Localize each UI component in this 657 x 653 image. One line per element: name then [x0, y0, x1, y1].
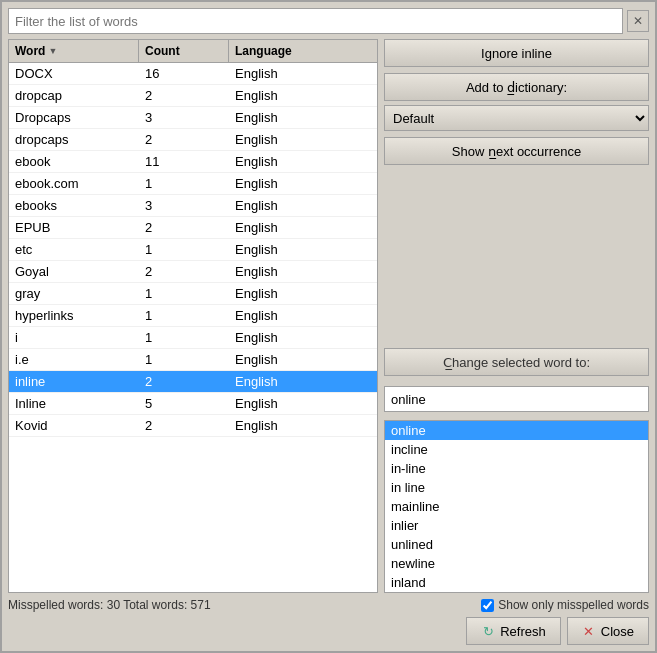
close-icon: ✕ — [582, 624, 596, 638]
suggestion-item[interactable]: on-line — [385, 592, 648, 593]
cell-language: English — [229, 261, 377, 282]
table-row[interactable]: ebooks 3 English — [9, 195, 377, 217]
content-area: Word ▼ Count Language DOCX 16 English dr… — [8, 39, 649, 593]
cell-language: English — [229, 349, 377, 370]
table-row[interactable]: inline 2 English — [9, 371, 377, 393]
cell-language: English — [229, 129, 377, 150]
suggestion-item[interactable]: unlined — [385, 535, 648, 554]
cell-count: 16 — [139, 63, 229, 84]
column-count-label: Count — [145, 44, 180, 58]
filter-input[interactable] — [8, 8, 623, 34]
cell-count: 3 — [139, 107, 229, 128]
dictionary-select[interactable]: Default — [384, 105, 649, 131]
table-row[interactable]: Inline 5 English — [9, 393, 377, 415]
cell-language: English — [229, 393, 377, 414]
table-row[interactable]: EPUB 2 English — [9, 217, 377, 239]
show-next-button[interactable]: Show n̲ext occurrence — [384, 137, 649, 165]
close-label: Close — [601, 624, 634, 639]
cell-language: English — [229, 173, 377, 194]
table-row[interactable]: DOCX 16 English — [9, 63, 377, 85]
table-row[interactable]: ebook.com 1 English — [9, 173, 377, 195]
cell-count: 2 — [139, 371, 229, 392]
cell-word: i — [9, 327, 139, 348]
misspelled-checkbox[interactable] — [481, 599, 494, 612]
cell-count: 2 — [139, 415, 229, 436]
cell-word: ebook — [9, 151, 139, 172]
cell-language: English — [229, 63, 377, 84]
misspelled-checkbox-label: Show only misspelled words — [498, 598, 649, 612]
cell-count: 11 — [139, 151, 229, 172]
status-text: Misspelled words: 30 Total words: 571 — [8, 598, 473, 612]
table-row[interactable]: dropcap 2 English — [9, 85, 377, 107]
table-row[interactable]: Dropcaps 3 English — [9, 107, 377, 129]
suggestion-item[interactable]: online — [385, 421, 648, 440]
table-row[interactable]: gray 1 English — [9, 283, 377, 305]
cell-word: Inline — [9, 393, 139, 414]
total-count: Total words: 571 — [123, 598, 210, 612]
cell-word: etc — [9, 239, 139, 260]
cell-word: Dropcaps — [9, 107, 139, 128]
table-row[interactable]: Kovid 2 English — [9, 415, 377, 437]
cell-count: 5 — [139, 393, 229, 414]
sort-icon: ▼ — [48, 46, 57, 56]
table-row[interactable]: Goyal 2 English — [9, 261, 377, 283]
cell-language: English — [229, 85, 377, 106]
cell-word: Goyal — [9, 261, 139, 282]
cell-word: dropcaps — [9, 129, 139, 150]
refresh-icon: ↻ — [481, 624, 495, 638]
column-language[interactable]: Language — [229, 40, 377, 62]
spell-check-dialog: ✕ Word ▼ Count Language DOCX 16 English — [0, 0, 657, 653]
table-row[interactable]: hyperlinks 1 English — [9, 305, 377, 327]
misspelled-filter[interactable]: Show only misspelled words — [481, 598, 649, 612]
cell-word: ebooks — [9, 195, 139, 216]
ignore-inline-button[interactable]: Ignore inline — [384, 39, 649, 67]
cell-count: 2 — [139, 261, 229, 282]
cell-count: 1 — [139, 283, 229, 304]
cell-word: gray — [9, 283, 139, 304]
cell-count: 2 — [139, 217, 229, 238]
refresh-button[interactable]: ↻ Refresh — [466, 617, 561, 645]
table-row[interactable]: ebook 11 English — [9, 151, 377, 173]
cell-count: 3 — [139, 195, 229, 216]
cell-language: English — [229, 195, 377, 216]
word-table-body: DOCX 16 English dropcap 2 English Dropca… — [9, 63, 377, 592]
cell-count: 2 — [139, 85, 229, 106]
suggestion-item[interactable]: newline — [385, 554, 648, 573]
cell-count: 1 — [139, 327, 229, 348]
cell-word: hyperlinks — [9, 305, 139, 326]
bottom-bar: ↻ Refresh ✕ Close — [8, 617, 649, 645]
suggestion-item[interactable]: in line — [385, 478, 648, 497]
add-to-dict-section: Add to d̲ictionary: Default — [384, 73, 649, 131]
table-row[interactable]: i.e 1 English — [9, 349, 377, 371]
column-language-label: Language — [235, 44, 292, 58]
cell-count: 1 — [139, 305, 229, 326]
suggestion-item[interactable]: in-line — [385, 459, 648, 478]
cell-count: 1 — [139, 349, 229, 370]
suggestion-item[interactable]: inland — [385, 573, 648, 592]
column-word-label: Word — [15, 44, 45, 58]
show-next-label: Show n̲ext occurrence — [452, 144, 581, 159]
refresh-label: Refresh — [500, 624, 546, 639]
status-bar: Misspelled words: 30 Total words: 571 Sh… — [8, 598, 649, 612]
word-change-input[interactable] — [384, 386, 649, 412]
spacer — [384, 171, 649, 342]
cell-language: English — [229, 327, 377, 348]
word-list-panel: Word ▼ Count Language DOCX 16 English dr… — [8, 39, 378, 593]
close-button[interactable]: ✕ Close — [567, 617, 649, 645]
suggestion-item[interactable]: mainline — [385, 497, 648, 516]
table-row[interactable]: etc 1 English — [9, 239, 377, 261]
suggestion-item[interactable]: incline — [385, 440, 648, 459]
cell-language: English — [229, 283, 377, 304]
suggestion-item[interactable]: inlier — [385, 516, 648, 535]
clear-filter-button[interactable]: ✕ — [627, 10, 649, 32]
cell-language: English — [229, 305, 377, 326]
cell-word: Kovid — [9, 415, 139, 436]
table-row[interactable]: i 1 English — [9, 327, 377, 349]
cell-language: English — [229, 415, 377, 436]
cell-count: 1 — [139, 173, 229, 194]
table-row[interactable]: dropcaps 2 English — [9, 129, 377, 151]
right-panel: Ignore inline Add to d̲ictionary: Defaul… — [384, 39, 649, 593]
ignore-inline-label: Ignore inline — [481, 46, 552, 61]
column-count[interactable]: Count — [139, 40, 229, 62]
column-word[interactable]: Word ▼ — [9, 40, 139, 62]
